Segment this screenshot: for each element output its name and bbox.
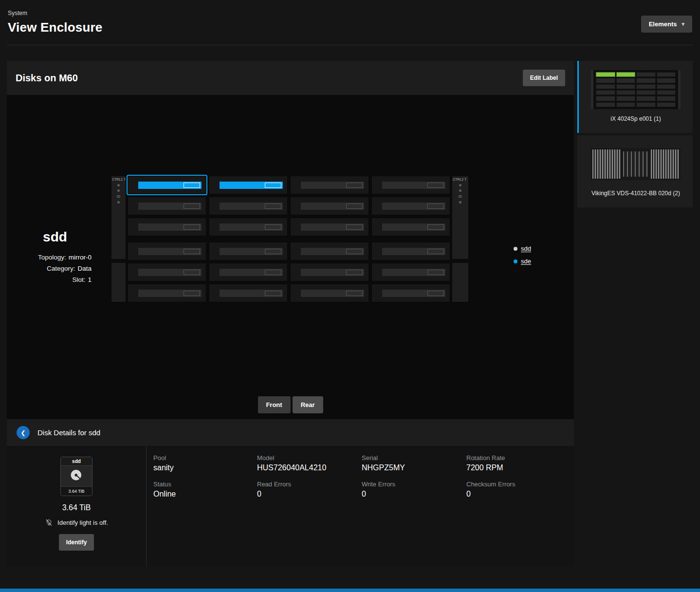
enclosure-sidebar: iX 4024Sp e001 (1)VikingES VDS-41022-BB … bbox=[577, 61, 693, 207]
tray-latch bbox=[184, 183, 200, 188]
legend-dot bbox=[514, 247, 517, 251]
field-rotation-rate: Rotation Rate7200 RPM bbox=[466, 454, 574, 472]
identify-light-off-icon bbox=[45, 518, 53, 527]
tray-latch bbox=[265, 291, 281, 296]
disk-attr: Slot:1 bbox=[18, 274, 92, 285]
elements-button-label: Elements bbox=[649, 20, 677, 28]
field-label: Rotation Rate bbox=[466, 454, 574, 462]
enclosure-thumbnail bbox=[583, 68, 689, 111]
identify-button[interactable]: Identify bbox=[59, 534, 94, 551]
led-indicator bbox=[117, 201, 120, 204]
disk-tray-empty[interactable] bbox=[371, 176, 450, 194]
tray-latch bbox=[427, 291, 444, 296]
tray-latch bbox=[265, 249, 281, 254]
legend-label: sdd bbox=[521, 245, 531, 252]
chevron-left-icon: ❮ bbox=[20, 429, 25, 436]
disk-tray-empty[interactable] bbox=[209, 218, 288, 236]
tray-latch bbox=[346, 224, 363, 230]
tray-bar bbox=[301, 203, 364, 210]
tray-latch bbox=[265, 270, 281, 275]
disks-card-header: Disks on M60 Edit Label bbox=[7, 61, 574, 95]
disk-tray-empty[interactable] bbox=[290, 176, 369, 194]
elements-button[interactable]: Elements ▾ bbox=[641, 16, 692, 33]
field-value: NHGPZ5MY bbox=[362, 463, 466, 472]
enclosure-grid bbox=[128, 176, 450, 302]
disk-tray-empty[interactable] bbox=[290, 197, 369, 215]
disk-tray-empty[interactable] bbox=[290, 284, 369, 302]
mini-tray bbox=[616, 72, 636, 77]
disk-tray-empty[interactable] bbox=[371, 263, 450, 281]
back-button[interactable]: ❮ bbox=[17, 426, 30, 439]
disk-tray-empty[interactable] bbox=[371, 284, 450, 302]
tray-latch bbox=[346, 249, 363, 254]
disk-tray-empty[interactable] bbox=[128, 263, 206, 281]
disk-tray-empty[interactable] bbox=[128, 242, 206, 260]
mini-tray bbox=[636, 90, 656, 95]
controller-left-panel: CTRL1 T ID bbox=[111, 176, 126, 259]
disk-tray-empty[interactable] bbox=[128, 197, 206, 215]
led-indicator bbox=[459, 189, 461, 192]
disk-tray-empty[interactable] bbox=[209, 263, 288, 281]
legend-item-sdd[interactable]: sdd bbox=[514, 245, 531, 252]
disk-tray-empty[interactable] bbox=[290, 263, 369, 281]
disk-visual-size: 3.64 TiB bbox=[61, 486, 92, 496]
disk-tray-empty[interactable] bbox=[128, 284, 206, 302]
mini-tray bbox=[636, 78, 656, 83]
breadcrumb[interactable]: System bbox=[8, 10, 103, 17]
console-footer-bar bbox=[0, 589, 700, 592]
disk-tray-sde[interactable] bbox=[209, 176, 288, 194]
tray-bar bbox=[382, 182, 445, 189]
rear-button[interactable]: Rear bbox=[293, 396, 323, 413]
enclosure-view: sdd Topology:mirror-0Category:DataSlot:1… bbox=[7, 95, 574, 419]
enclosure-card-2[interactable]: VikingES VDS-41022-BB 020d (2) bbox=[577, 135, 693, 207]
tray-latch bbox=[265, 183, 281, 188]
disk-tray-empty[interactable] bbox=[209, 242, 288, 260]
selected-disk-attrs: Topology:mirror-0Category:DataSlot:1 bbox=[18, 252, 92, 285]
tray-bar bbox=[220, 182, 283, 189]
page-header: System View Enclosure Elements ▾ bbox=[0, 0, 700, 35]
disk-tray-empty[interactable] bbox=[371, 218, 450, 236]
mini-tray bbox=[636, 96, 656, 101]
legend-item-sde[interactable]: sde bbox=[514, 258, 531, 265]
disk-tray-empty[interactable] bbox=[371, 197, 450, 215]
tray-bar bbox=[138, 248, 202, 255]
disk-tray-empty[interactable] bbox=[209, 197, 288, 215]
tray-row bbox=[128, 218, 450, 236]
disk-attr: Topology:mirror-0 bbox=[18, 252, 92, 263]
mini-tray bbox=[596, 78, 615, 83]
front-button[interactable]: Front bbox=[258, 396, 290, 413]
tray-bar bbox=[220, 203, 283, 210]
enclosure-label: VikingES VDS-41022-BB 020d (2) bbox=[583, 190, 689, 197]
tray-bar bbox=[382, 203, 445, 210]
controller-right: CTRL2 T ID bbox=[452, 176, 469, 302]
disk-summary-column: sdd 3.64 TiB 3.64 TiB bbox=[7, 446, 147, 567]
field-pool: Poolsanity bbox=[153, 454, 257, 472]
tray-latch bbox=[346, 183, 363, 188]
disk-tray-empty[interactable] bbox=[290, 218, 369, 236]
disk-tray-empty[interactable] bbox=[371, 242, 450, 260]
tray-bar bbox=[382, 269, 445, 276]
field-checksum-errors: Checksum Errors0 bbox=[466, 481, 574, 499]
disk-tray-sdd[interactable] bbox=[128, 176, 206, 194]
viking-thumbnail bbox=[591, 148, 681, 180]
led-indicator bbox=[459, 184, 461, 186]
mini-tray bbox=[596, 96, 615, 101]
viking-slot-bank bbox=[651, 149, 679, 179]
disk-tray-empty[interactable] bbox=[290, 242, 369, 260]
tray-bar bbox=[138, 290, 202, 297]
enclosure-card-1[interactable]: iX 4024Sp e001 (1) bbox=[577, 61, 693, 133]
controller-id-label: ID bbox=[112, 195, 125, 198]
mini-tray bbox=[596, 90, 615, 95]
tray-latch bbox=[346, 270, 363, 275]
disk-tray-empty[interactable] bbox=[128, 218, 206, 236]
tray-latch bbox=[184, 249, 200, 254]
tray-latch bbox=[184, 270, 200, 275]
disk-details-title: Disk Details for sdd bbox=[37, 428, 100, 437]
led-indicator bbox=[117, 189, 120, 192]
edit-label-button[interactable]: Edit Label bbox=[523, 70, 565, 86]
tray-bar bbox=[220, 290, 283, 297]
mini-tray bbox=[616, 96, 636, 101]
disk-tray-empty[interactable] bbox=[209, 284, 288, 302]
legend-dot bbox=[514, 259, 517, 263]
led-indicator bbox=[117, 184, 120, 186]
